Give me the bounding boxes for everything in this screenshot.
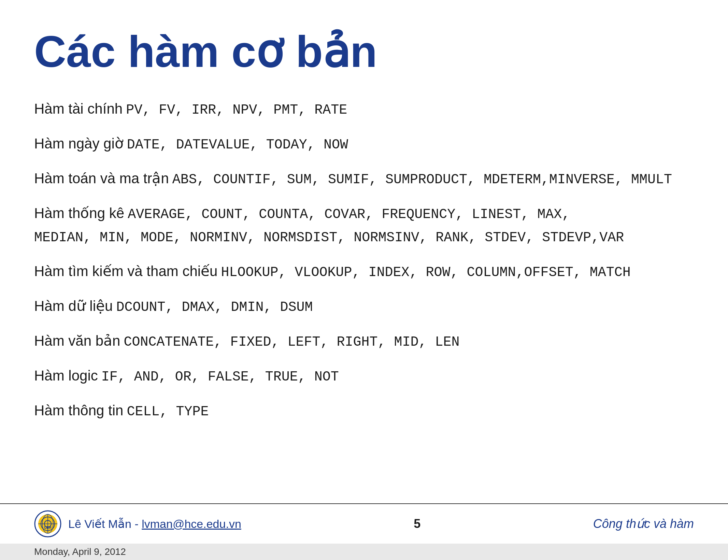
item-code-wrap: MEDIAN, MIN, MODE, NORMINV, NORMSDIST, N… (34, 226, 599, 249)
list-item: Hàm logic IF, AND, OR, FALSE, TRUE, NOT (34, 363, 694, 389)
item-label: Hàm tài chính (34, 97, 123, 121)
item-code: CELL, TYPE (127, 400, 209, 423)
item-label: Hàm tìm kiếm và tham chiếu (34, 259, 217, 283)
author-email[interactable]: lvman@hce.edu.vn (142, 517, 241, 530)
item-code-wrap: MINVERSE, MMULT (549, 168, 672, 191)
item-label: Hàm ngày giờ (34, 131, 124, 156)
item-label: Hàm dữ liệu (34, 294, 113, 318)
item-label: Hàm thông tin (34, 398, 123, 422)
footer-author: Lê Viết Mẫn - lvman@hce.edu.vn (68, 517, 241, 531)
item-label: Hàm toán và ma trận (34, 166, 169, 190)
item-code: CONCATENATE, FIXED, LEFT, RIGHT, MID, LE… (124, 331, 459, 354)
footer-left: UEH Lê Viết Mẫn - lvman@hce.edu.vn (34, 510, 241, 537)
item-code: DCOUNT, DMAX, DMIN, DSUM (116, 296, 313, 319)
slide-title: Các hàm cơ bản (34, 27, 694, 76)
list-item: Hàm dữ liệu DCOUNT, DMAX, DMIN, DSUM (34, 294, 694, 319)
item-label: Hàm thống kê (34, 201, 124, 225)
list-item: Hàm văn bản CONCATENATE, FIXED, LEFT, RI… (34, 329, 694, 354)
item-label: Hàm văn bản (34, 329, 120, 353)
list-item: Hàm thống kê AVERAGE, COUNT, COUNTA, COV… (34, 201, 694, 249)
item-code: IF, AND, OR, FALSE, TRUE, NOT (101, 365, 339, 389)
item-code: PV, FV, IRR, NPV, PMT, RATE (126, 99, 347, 122)
university-logo: UEH (34, 510, 61, 537)
item-code-wrap: OFFSET, MATCH (524, 261, 631, 284)
slide-body: Hàm tài chính PV, FV, IRR, NPV, PMT, RAT… (34, 97, 694, 423)
list-item: Hàm thông tin CELL, TYPE (34, 398, 694, 423)
slide-footer: UEH Lê Viết Mẫn - lvman@hce.edu.vn 5 Côn… (0, 503, 728, 544)
footer-page-number: 5 (414, 517, 420, 531)
item-code: DATE, DATEVALUE, TODAY, NOW (127, 133, 348, 157)
svg-text:UEH: UEH (44, 526, 51, 530)
list-item: Hàm tài chính PV, FV, IRR, NPV, PMT, RAT… (34, 97, 694, 122)
item-code: ABS, COUNTIF, SUM, SUMIF, SUMPRODUCT, MD… (172, 168, 549, 191)
item-label: Hàm logic (34, 363, 98, 388)
author-name: Lê Viết Mẫn - (68, 517, 142, 530)
item-code: AVERAGE, COUNT, COUNTA, COVAR, FREQUENCY… (128, 203, 570, 226)
slide-date: Monday, April 9, 2012 (0, 544, 728, 560)
slide-content: Các hàm cơ bản Hàm tài chính PV, FV, IRR… (0, 0, 728, 503)
slide: Các hàm cơ bản Hàm tài chính PV, FV, IRR… (0, 0, 728, 560)
list-item: Hàm ngày giờ DATE, DATEVALUE, TODAY, NOW (34, 131, 694, 157)
item-code: HLOOKUP, VLOOKUP, INDEX, ROW, COLUMN, (221, 261, 524, 284)
footer-right-text: Công thức và hàm (593, 517, 694, 531)
item-code-wrap2: VAR (599, 226, 624, 249)
list-item: Hàm toán và ma trận ABS, COUNTIF, SUM, S… (34, 166, 694, 191)
list-item: Hàm tìm kiếm và tham chiếu HLOOKUP, VLOO… (34, 259, 694, 284)
